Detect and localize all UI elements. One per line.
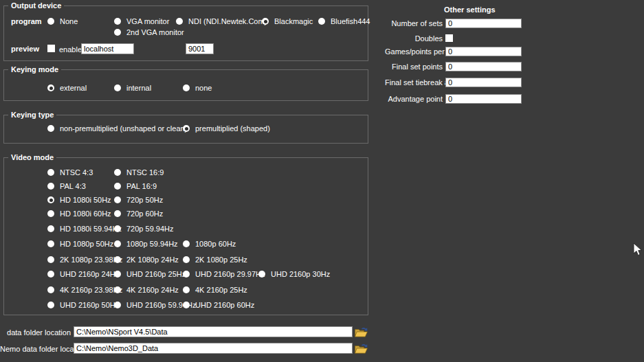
radio-1080p-59-94hz[interactable]: 1080p 59.94Hz xyxy=(114,239,178,249)
radio-none[interactable]: none xyxy=(183,83,212,93)
radio-label: 720p 59.94Hz xyxy=(126,225,174,233)
preview-port-input[interactable] xyxy=(186,43,214,54)
number-of-sets-input[interactable] xyxy=(445,19,522,28)
doubles-checkbox[interactable] xyxy=(445,34,453,42)
preview-enable-label: enable xyxy=(59,45,82,54)
radio-label: non-premultiplied (unshaped or clean) xyxy=(60,124,187,133)
radio-non-premultiplied-unshaped-or-clean[interactable]: non-premultiplied (unshaped or clean) xyxy=(47,124,187,133)
radio-icon xyxy=(183,286,190,293)
nemo-data-folder-input[interactable] xyxy=(74,343,353,354)
data-folder-input[interactable] xyxy=(74,326,353,337)
field-label-final-set-points: Final set points xyxy=(385,63,443,71)
radio-icon xyxy=(114,84,121,91)
radio-icon xyxy=(183,256,190,263)
radio-label: UHD 2160p 29.97Hz xyxy=(195,270,265,278)
field-label-games-points-per-set: Games/points per set xyxy=(385,47,443,56)
radio-1080p-60hz[interactable]: 1080p 60Hz xyxy=(183,239,236,249)
final-set-tiebreak-at-input[interactable] xyxy=(445,78,522,87)
radio-uhd-2160p-25hz[interactable]: UHD 2160p 25Hz xyxy=(114,269,186,279)
preview-host-input[interactable] xyxy=(81,43,134,54)
radio-720p-50hz[interactable]: 720p 50Hz xyxy=(114,195,163,205)
radio-label: Bluefish444 xyxy=(331,17,370,25)
radio-external[interactable]: external xyxy=(47,83,87,93)
radio-icon xyxy=(47,18,54,25)
radio-uhd-2160p-60hz[interactable]: UHD 2160p 60Hz xyxy=(183,300,254,310)
data-folder-label: data folder location xyxy=(0,328,71,337)
radio-2nd-vga-monitor[interactable]: 2nd VGA monitor xyxy=(114,27,184,37)
radio-uhd-2160p-29-97hz[interactable]: UHD 2160p 29.97Hz xyxy=(183,269,265,279)
output-device-group-title: Output device xyxy=(8,1,64,10)
radio-ndi-ndi-newtek-com[interactable]: NDI (NDI.Newtek.Com) xyxy=(176,16,267,26)
radio-icon xyxy=(114,183,121,190)
final-set-points-input[interactable] xyxy=(445,62,522,71)
radio-uhd-2160p-24hz[interactable]: UHD 2160p 24Hz xyxy=(47,269,119,279)
radio-pal-4-3[interactable]: PAL 4:3 xyxy=(47,181,86,191)
radio-label: PAL 16:9 xyxy=(126,182,157,190)
radio-4k-2160p-23-98hz[interactable]: 4K 2160p 23.98Hz xyxy=(47,285,122,295)
advantage-point-input[interactable] xyxy=(445,94,522,104)
radio-icon xyxy=(47,225,54,232)
radio-icon xyxy=(114,196,121,203)
radio-blackmagic[interactable]: Blackmagic xyxy=(262,16,313,26)
keying-mode-group: Keying mode externalinternalnone xyxy=(3,69,368,101)
radio-hd-1080i-60hz[interactable]: HD 1080i 60Hz xyxy=(47,209,111,218)
radio-none[interactable]: None xyxy=(47,16,78,26)
video-mode-group: Video mode NTSC 4:3NTSC 16:9PAL 4:3PAL 1… xyxy=(3,157,368,315)
radio-label: 2nd VGA monitor xyxy=(126,28,184,36)
preview-label: preview xyxy=(11,45,39,54)
keying-type-group: Keying type non-premultiplied (unshaped … xyxy=(3,115,368,144)
program-label: program xyxy=(11,17,39,26)
field-label-doubles: Doubles xyxy=(385,34,443,43)
radio-2k-1080p-25hz[interactable]: 2K 1080p 25Hz xyxy=(183,255,247,264)
radio-ntsc-16-9[interactable]: NTSC 16:9 xyxy=(114,168,164,177)
data-folder-browse-button[interactable] xyxy=(354,326,368,338)
radio-label: UHD 2160p 30Hz xyxy=(271,270,330,278)
radio-720p-60hz[interactable]: 720p 60Hz xyxy=(114,209,163,218)
radio-icon xyxy=(47,183,54,190)
radio-icon xyxy=(47,125,54,132)
radio-bluefish444[interactable]: Bluefish444 xyxy=(318,16,370,26)
radio-icon xyxy=(176,18,183,25)
radio-label: 1080p 60Hz xyxy=(195,240,236,248)
radio-icon xyxy=(114,210,121,217)
radio-uhd-2160p-50hz[interactable]: UHD 2160p 50Hz xyxy=(47,300,119,310)
radio-icon xyxy=(114,271,121,278)
open-folder-icon xyxy=(354,326,368,338)
radio-hd-1080p-50hz[interactable]: HD 1080p 50Hz xyxy=(47,239,113,249)
radio-label: VGA monitor xyxy=(126,17,169,25)
radio-pal-16-9[interactable]: PAL 16:9 xyxy=(114,181,157,191)
nemo-data-folder-browse-button[interactable] xyxy=(354,342,368,354)
radio-icon xyxy=(114,18,121,25)
radio-label: NTSC 4:3 xyxy=(60,168,93,177)
radio-internal[interactable]: internal xyxy=(114,83,151,93)
radio-label: 2K 1080p 25Hz xyxy=(195,256,247,264)
radio-ntsc-4-3[interactable]: NTSC 4:3 xyxy=(47,168,93,177)
radio-hd-1080i-50hz[interactable]: HD 1080i 50Hz xyxy=(47,195,111,205)
radio-vga-monitor[interactable]: VGA monitor xyxy=(114,16,169,26)
radio-label: UHD 2160p 25Hz xyxy=(126,270,186,278)
preview-enable-checkbox[interactable] xyxy=(47,45,55,52)
radio-2k-1080p-24hz[interactable]: 2K 1080p 24Hz xyxy=(114,255,179,264)
radio-premultiplied-shaped[interactable]: premultiplied (shaped) xyxy=(183,124,270,133)
radio-hd-1080i-59-94hz[interactable]: HD 1080i 59.94Hz xyxy=(47,224,122,234)
radio-icon xyxy=(183,84,190,91)
radio-720p-59-94hz[interactable]: 720p 59.94Hz xyxy=(114,224,174,234)
radio-icon xyxy=(114,225,121,232)
field-label-number-of-sets: Number of sets xyxy=(385,19,443,28)
other-settings-title: Other settings xyxy=(444,5,496,14)
radio-icon xyxy=(114,29,121,36)
radio-uhd-2160p-30hz[interactable]: UHD 2160p 30Hz xyxy=(258,269,330,279)
radio-label: 720p 50Hz xyxy=(126,196,163,204)
games-points-per-set-input[interactable] xyxy=(445,47,522,56)
radio-icon xyxy=(47,196,54,203)
radio-label: HD 1080p 50Hz xyxy=(60,240,113,248)
radio-label: 4K 2160p 25Hz xyxy=(195,286,247,294)
keying-type-group-title: Keying type xyxy=(8,110,56,120)
radio-label: internal xyxy=(126,84,151,92)
radio-label: 4K 2160p 24Hz xyxy=(126,286,179,294)
radio-icon xyxy=(183,125,190,132)
radio-4k-2160p-25hz[interactable]: 4K 2160p 25Hz xyxy=(183,285,247,295)
radio-4k-2160p-24hz[interactable]: 4K 2160p 24Hz xyxy=(114,285,179,295)
radio-icon xyxy=(114,302,121,308)
radio-2k-1080p-23-98hz[interactable]: 2K 1080p 23.98Hz xyxy=(47,255,122,264)
